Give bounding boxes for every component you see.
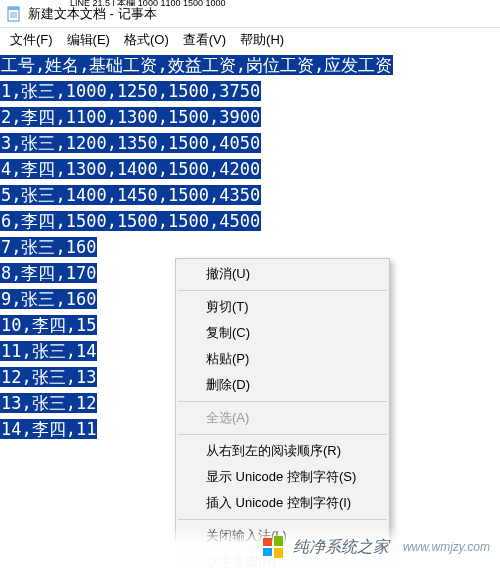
menu-edit[interactable]: 编辑(E) <box>61 29 116 51</box>
ctx-show-unicode[interactable]: 显示 Unicode 控制字符(S) <box>176 464 389 490</box>
window-title: 新建文本文档 - 记事本 <box>28 5 157 23</box>
watermark-url: www.wmjzy.com <box>403 540 490 554</box>
menu-view[interactable]: 查看(V) <box>177 29 232 51</box>
ctx-insert-unicode[interactable]: 插入 Unicode 控制字符(I) <box>176 490 389 516</box>
svg-rect-1 <box>8 7 19 10</box>
windows-logo-icon <box>263 536 285 558</box>
context-menu: 撤消(U) 剪切(T) 复制(C) 粘贴(P) 删除(D) 全选(A) 从右到左… <box>175 258 390 568</box>
ctx-rtl-reading[interactable]: 从右到左的阅读顺序(R) <box>176 438 389 464</box>
ctx-paste[interactable]: 粘贴(P) <box>176 346 389 372</box>
notepad-icon <box>6 6 22 22</box>
watermark: 纯净系统之家 www.wmjzy.com <box>0 526 500 568</box>
ctx-cut[interactable]: 剪切(T) <box>176 294 389 320</box>
title-bar: LINE 21,5 | 本欄 1000 1100 1500 1000 新建文本文… <box>0 0 500 28</box>
text-line: 3,张三,1200,1350,1500,4050 <box>0 130 500 156</box>
ctx-separator <box>178 290 387 291</box>
menu-help[interactable]: 帮助(H) <box>234 29 290 51</box>
watermark-brand: 纯净系统之家 <box>293 537 389 558</box>
ctx-separator <box>178 401 387 402</box>
menu-format[interactable]: 格式(O) <box>118 29 175 51</box>
text-line: 2,李四,1100,1300,1500,3900 <box>0 104 500 130</box>
ctx-undo[interactable]: 撤消(U) <box>176 261 389 287</box>
text-line: 4,李四,1300,1400,1500,4200 <box>0 156 500 182</box>
menu-bar: 文件(F) 编辑(E) 格式(O) 查看(V) 帮助(H) <box>0 28 500 52</box>
background-fragment: LINE 21,5 | 本欄 1000 1100 1500 1000 <box>0 0 500 6</box>
text-line: 7,张三,160 <box>0 234 500 260</box>
text-line: 1,张三,1000,1250,1500,3750 <box>0 78 500 104</box>
svg-rect-8 <box>274 548 283 558</box>
ctx-separator <box>178 434 387 435</box>
text-line: 工号,姓名,基础工资,效益工资,岗位工资,应发工资 <box>0 52 500 78</box>
svg-rect-7 <box>263 548 272 556</box>
ctx-select-all[interactable]: 全选(A) <box>176 405 389 431</box>
ctx-separator <box>178 519 387 520</box>
text-line: 6,李四,1500,1500,1500,4500 <box>0 208 500 234</box>
text-line: 5,张三,1400,1450,1500,4350 <box>0 182 500 208</box>
svg-rect-5 <box>263 538 272 546</box>
menu-file[interactable]: 文件(F) <box>4 29 59 51</box>
ctx-copy[interactable]: 复制(C) <box>176 320 389 346</box>
ctx-delete[interactable]: 删除(D) <box>176 372 389 398</box>
svg-rect-6 <box>274 536 283 546</box>
